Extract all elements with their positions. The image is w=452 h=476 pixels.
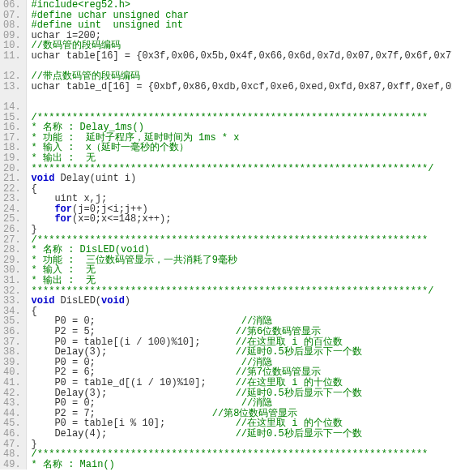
comment-text: * 名称 : Main()	[32, 459, 115, 470]
line-number: 48.	[3, 449, 21, 460]
code-line: void Delay(uint i)	[32, 174, 452, 184]
line-number: 12.	[3, 71, 21, 82]
line-number: 36.	[3, 327, 21, 337]
line-number: 46.	[3, 429, 21, 440]
line-number: 21.	[3, 174, 21, 184]
line-number: 06.	[3, 0, 21, 11]
line-number-gutter: 06.07.08.09.10.11.12.13.14.15.16.17.18.1…	[0, 0, 27, 470]
line-number: 23.	[3, 194, 21, 204]
code-editor: 06.07.08.09.10.11.12.13.14.15.16.17.18.1…	[0, 0, 452, 470]
line-number: 13.	[3, 82, 21, 92]
code-line: * 名称 : Main()	[32, 460, 452, 470]
code-line: uchar table_d[16] = {0xbf,0x86,0xdb,0xcf…	[32, 82, 452, 92]
line-number: 31.	[3, 276, 21, 286]
line-number: 14.	[3, 102, 21, 113]
code-text: uchar table_d[16] = {0xbf,0x86,0xdb,0xcf…	[32, 81, 452, 92]
line-number: 41.	[3, 378, 21, 388]
line-number: 43.	[3, 398, 21, 409]
line-number: 11.	[3, 51, 21, 62]
code-line	[32, 92, 452, 102]
code-text: (x=0;x<=148;x++);	[72, 213, 171, 225]
code-line: void DisLED(void)	[32, 296, 452, 307]
code-text: )	[125, 295, 130, 307]
code-text: Delay(4);	[32, 428, 236, 440]
code-line: Delay(4); //延时0.5秒后显示下一个数	[32, 429, 452, 440]
line-number: 26.	[3, 225, 21, 235]
code-text: Delay(uint i)	[54, 173, 136, 184]
keyword-text: void	[101, 295, 125, 307]
comment-text: //延时0.5秒后显示下一个数	[236, 428, 362, 440]
code-text: DisLED(	[54, 295, 101, 307]
code-line: uchar table[16] = {0x3f,0x06,0x5b,0x4f,0…	[32, 51, 452, 62]
line-number: 08.	[3, 20, 21, 31]
code-area: #include<reg52.h>#define uchar unsigned …	[27, 0, 452, 470]
code-line: for(x=0;x<=148;x++);	[32, 214, 452, 225]
line-number: 28.	[3, 245, 21, 255]
line-number: 19.	[3, 153, 21, 164]
keyword-text: for	[54, 213, 72, 225]
code-text: uchar table[16] = {0x3f,0x06,0x5b,0x4f,0…	[32, 50, 452, 62]
line-number: 38.	[3, 347, 21, 358]
line-number: 33.	[3, 296, 21, 307]
line-number: 49.	[3, 460, 21, 470]
line-number: 16.	[3, 122, 21, 133]
